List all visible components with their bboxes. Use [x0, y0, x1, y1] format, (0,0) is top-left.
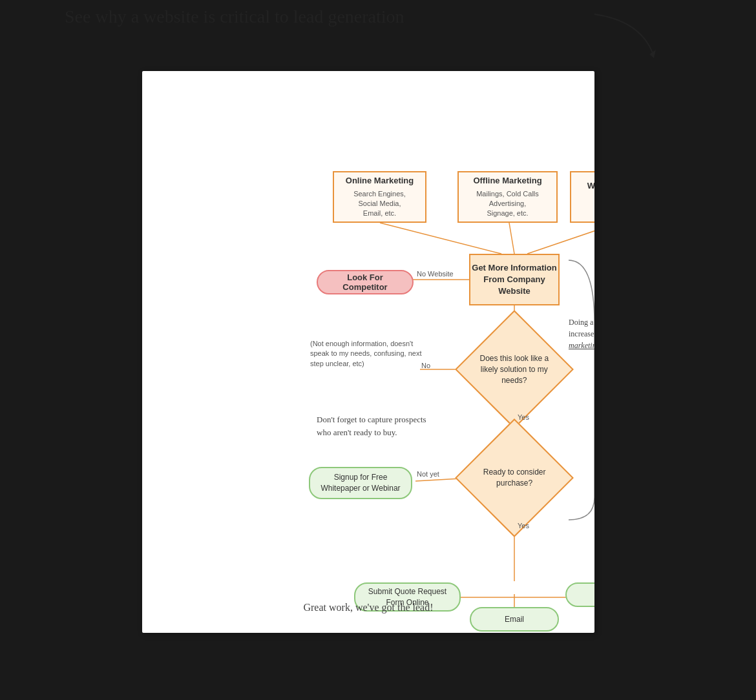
diamond-likely-solution: Does this look like a likely solution to…	[455, 310, 574, 429]
offline-marketing-box: Offline Marketing Mailings, Cold CallsAd…	[457, 171, 558, 223]
offline-marketing-sub: Mailings, Cold CallsAdvertising,Signage,…	[476, 189, 539, 219]
look-for-competitor-label: Look For Competitor	[328, 273, 403, 292]
signup-whitepaper-label: Signup for Free Whitepaper or Webinar	[317, 472, 404, 494]
get-more-info-label: Get More Information From Company Websit…	[470, 262, 558, 298]
word-of-mouth-box: Word of Mouth Referral,Networking	[570, 171, 594, 223]
word-of-mouth-title: Word of Mouth	[587, 180, 594, 192]
get-more-info-box: Get More Information From Company Websit…	[469, 254, 560, 305]
yes2-label: Yes	[518, 522, 529, 530]
svg-line-3	[527, 223, 594, 254]
look-for-competitor-node: Look For Competitor	[317, 270, 414, 294]
svg-line-1	[380, 223, 501, 254]
flowchart-container: Online Marketing Search Engines,Social M…	[142, 71, 594, 633]
signup-whitepaper-node[interactable]: Signup for Free Whitepaper or Webinar	[309, 467, 412, 499]
great-work-text: Great work, we've got the lead!	[142, 602, 594, 613]
page-title: See why a website is critical to lead ge…	[65, 6, 404, 27]
online-marketing-sub: Search Engines,Social Media,Email, etc.	[353, 189, 406, 219]
yes1-label: Yes	[518, 413, 529, 421]
not-yet-label: Not yet	[417, 470, 439, 478]
title-arrow	[588, 8, 666, 68]
no-website-label: No Website	[417, 270, 454, 278]
doing-great-annotation: Doing a great job here can increase the …	[569, 316, 594, 351]
svg-marker-0	[649, 50, 656, 58]
svg-line-2	[509, 223, 514, 254]
online-marketing-box: Online Marketing Search Engines,Social M…	[333, 171, 426, 223]
diamond-ready-to-consider-text: Ready to consider purchase?	[479, 467, 550, 489]
diamond-ready-to-consider: Ready to consider purchase?	[455, 418, 574, 537]
offline-marketing-title: Offline Marketing	[473, 175, 541, 187]
diamond-likely-solution-text: Does this look like a likely solution to…	[479, 353, 550, 386]
diagram-card: Online Marketing Search Engines,Social M…	[142, 71, 594, 633]
dont-forget-annotation: Don't forget to capture prospects who ar…	[317, 413, 439, 438]
no-sublabel: (Not enough information, doesn't speak t…	[310, 339, 423, 369]
email-label: Email	[505, 614, 524, 625]
online-marketing-title: Online Marketing	[346, 175, 414, 187]
